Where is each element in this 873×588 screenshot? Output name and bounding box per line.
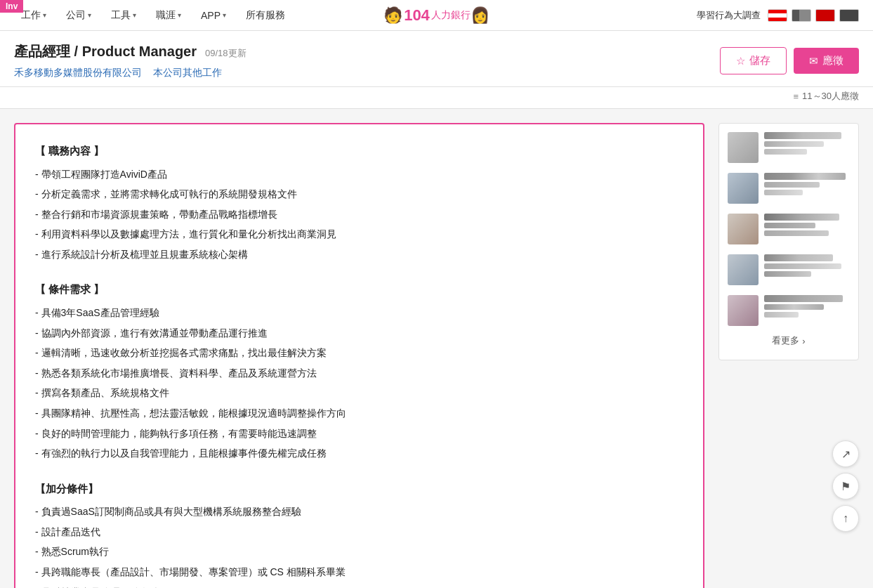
duty-item-5: - 進行系統設計分析及梳理並且規畫系統核心架構 <box>35 244 683 265</box>
applicants-row: ≡ 11～30人應徵 <box>0 87 873 109</box>
req-item-3: - 邏輯清晰，迅速收斂分析並挖掘各式需求痛點，找出最佳解決方案 <box>35 343 683 363</box>
see-more-button[interactable]: 看更多 › <box>728 330 850 351</box>
flag-dark <box>839 9 859 22</box>
see-more-label: 看更多 <box>772 334 799 347</box>
nav-tools-chevron: ▾ <box>133 11 136 19</box>
req-item-4: - 熟悉各類系統化市場推廣增長、資料科學、產品及系統運營方法 <box>35 363 683 384</box>
nav-work-chevron: ▾ <box>43 11 46 19</box>
req-item-8: - 有強烈的執行力以及自我管理能力，且能根據事件優先權完成任務 <box>35 443 683 464</box>
nav-services[interactable]: 所有服務 <box>239 6 292 25</box>
duty-item-2: - 分析定義需求，並將需求轉化成可執行的系統開發規格文件 <box>35 184 683 204</box>
sidebar-text-4 <box>764 254 850 277</box>
bonus-item-2: - 設計產品迭代 <box>35 522 683 542</box>
flag-tw <box>768 9 787 22</box>
sidebar-text-1 <box>764 132 850 155</box>
apply-email-icon: ✉ <box>809 55 818 67</box>
nav-right: 學習行為大調查 <box>697 9 859 22</box>
browser-tab: Inv <box>0 0 23 13</box>
apply-label: 應徵 <box>822 54 844 67</box>
sidebar-job-item-1[interactable] <box>728 132 850 163</box>
flag-button[interactable]: ⚑ <box>832 473 859 499</box>
header-right: ☆ 儲存 ✉ 應徵 <box>720 47 859 74</box>
sidebar-card: 看更多 › <box>718 123 859 360</box>
share-button[interactable]: ↗ <box>832 440 859 467</box>
company-link[interactable]: 禾多移動多媒體股份有限公司 <box>14 67 142 79</box>
sidebar: 看更多 › <box>718 123 859 360</box>
header-left: 產品經理 / Product Manager 09/18更新 禾多移動多媒體股份… <box>14 42 247 79</box>
nav-tools-label: 工具 <box>111 9 131 22</box>
see-more-chevron-icon: › <box>802 336 805 346</box>
duty-item-1: - 帶領工程團隊打造AviviD產品 <box>35 164 683 185</box>
survey-link[interactable]: 學習行為大調查 <box>697 9 761 22</box>
bonus-item-4: - 具跨職能專長（產品設計、市場開發、專案管理）或 CS 相關科系畢業 <box>35 562 683 582</box>
other-jobs-link[interactable]: 本公司其他工作 <box>153 67 222 79</box>
apply-button[interactable]: ✉ 應徵 <box>794 48 859 74</box>
logo[interactable]: 🧑 104 人力銀行 👩 <box>383 6 490 25</box>
req-item-7: - 良好的時間管理能力，能夠執行多項任務，有需要時能迅速調整 <box>35 424 683 444</box>
scroll-top-icon: ↑ <box>843 512 848 525</box>
flag-icon: ⚑ <box>841 480 851 493</box>
nav-company-label: 公司 <box>66 9 86 22</box>
job-title: 產品經理 / Product Manager <box>14 42 197 61</box>
req-item-5: - 撰寫各類產品、系統規格文件 <box>35 383 683 403</box>
sidebar-text-2 <box>764 173 850 195</box>
flag-red <box>815 9 835 22</box>
share-icon: ↗ <box>841 447 851 461</box>
nav-app-label: APP <box>201 10 221 21</box>
section-bonus-header: 【加分條件】 <box>35 479 683 499</box>
logo-right-emoji: 👩 <box>471 6 490 25</box>
sidebar-text-3 <box>764 214 850 236</box>
nav-services-label: 所有服務 <box>246 9 285 22</box>
req-item-6: - 具團隊精神、抗壓性高，想法靈活敏銳，能根據現況適時調整操作方向 <box>35 403 683 424</box>
section-req-header: 【 條件需求 】 <box>35 280 683 300</box>
top-nav: 工作 ▾ 公司 ▾ 工具 ▾ 職涯 ▾ APP ▾ 所有服務 🧑 104 人力銀… <box>0 0 873 31</box>
section-duties-header: 【 職務內容 】 <box>35 141 683 162</box>
sidebar-thumb-4 <box>728 254 759 285</box>
job-title-row: 產品經理 / Product Manager 09/18更新 <box>14 42 247 61</box>
nav-career-chevron: ▾ <box>178 11 181 19</box>
flag-bars <box>792 9 811 22</box>
sidebar-job-item-4[interactable] <box>728 254 850 285</box>
sidebar-thumb-3 <box>728 214 759 244</box>
company-row: 禾多移動多媒體股份有限公司 本公司其他工作 <box>14 67 247 79</box>
applicants-count: 11～30人應徵 <box>802 90 859 103</box>
scroll-top-button[interactable]: ↑ <box>832 505 859 532</box>
bonus-item-3: - 熟悉Scrum執行 <box>35 542 683 562</box>
nav-app[interactable]: APP ▾ <box>194 7 233 24</box>
flag-icons <box>768 9 859 22</box>
sidebar-thumb-2 <box>728 173 759 204</box>
main-layout: 【 職務內容 】 - 帶領工程團隊打造AviviD產品 - 分析定義需求，並將需… <box>0 109 873 588</box>
nav-work-label: 工作 <box>21 9 41 22</box>
job-content: 【 職務內容 】 - 帶領工程團隊打造AviviD產品 - 分析定義需求，並將需… <box>14 123 704 588</box>
save-button[interactable]: ☆ 儲存 <box>720 47 787 74</box>
logo-number: 104 <box>404 6 430 25</box>
nav-company-chevron: ▾ <box>88 11 91 19</box>
sidebar-job-item-5[interactable] <box>728 295 850 326</box>
spacer-1 <box>35 264 683 271</box>
duty-item-3: - 整合行銷和市場資源規畫策略，帶動產品戰略指標增長 <box>35 204 683 225</box>
nav-career-label: 職涯 <box>156 9 176 22</box>
logo-left-emoji: 🧑 <box>383 6 402 25</box>
sidebar-thumb-5 <box>728 295 759 326</box>
save-label: 儲存 <box>749 54 770 67</box>
nav-company[interactable]: 公司 ▾ <box>59 6 98 25</box>
req-item-2: - 協調內外部資源，進行有效溝通並帶動產品運行推進 <box>35 323 683 344</box>
nav-career[interactable]: 職涯 ▾ <box>149 6 188 25</box>
sidebar-thumb-1 <box>728 132 759 163</box>
nav-left: 工作 ▾ 公司 ▾ 工具 ▾ 職涯 ▾ APP ▾ 所有服務 <box>14 6 292 25</box>
sidebar-job-item-2[interactable] <box>728 173 850 204</box>
update-date: 09/18更新 <box>205 47 247 60</box>
sidebar-job-item-3[interactable] <box>728 214 850 244</box>
logo-bank-text: 人力銀行 <box>431 9 471 22</box>
applicants-icon: ≡ <box>793 91 799 102</box>
nav-tools[interactable]: 工具 ▾ <box>104 6 143 25</box>
bonus-item-5: - 具科技業產品管理經驗尤佳 <box>35 582 683 588</box>
job-box: 【 職務內容 】 - 帶領工程團隊打造AviviD產品 - 分析定義需求，並將需… <box>14 123 704 588</box>
req-item-1: - 具備3年SaaS產品管理經驗 <box>35 303 683 323</box>
nav-app-chevron: ▾ <box>223 11 226 19</box>
spacer-2 <box>35 464 683 471</box>
float-actions: ↗ ⚑ ↑ <box>832 440 859 532</box>
sidebar-text-5 <box>764 295 850 318</box>
bonus-item-1: - 負責過SaaS訂閱制商品或具有與大型機構系統服務整合經驗 <box>35 502 683 522</box>
duty-item-4: - 利用資料科學以及數據處理方法，進行質化和量化分析找出商業洞見 <box>35 224 683 244</box>
